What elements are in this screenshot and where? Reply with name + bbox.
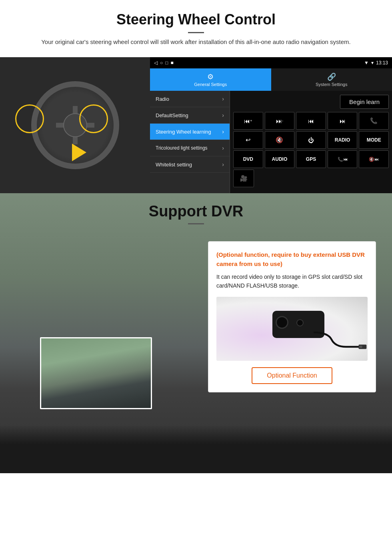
menu-tricoloured-label: Tricoloured light settings <box>156 145 208 151</box>
statusbar-left-icons: ◁ ○ □ ■ <box>154 60 174 66</box>
dvr-title-wrap: Support DVR <box>0 193 392 224</box>
signal-icon: ▼ <box>364 60 369 66</box>
dvr-optional-text: (Optional function, require to buy exter… <box>216 250 368 268</box>
tab-system-label: System Settings <box>316 82 347 87</box>
ctrl-mute[interactable]: 🔇 <box>265 131 295 149</box>
control-row-2: ↩ 🔇 ⏻ RADIO MODE <box>233 131 389 149</box>
steering-block: ◁ ○ □ ■ ▼ ▾ 13:13 ⚙ General Settings 🔗 S… <box>0 57 392 193</box>
ctrl-return[interactable]: ↩ <box>233 131 263 149</box>
dvr-title: Support DVR <box>0 203 392 220</box>
tab-general-label: General Settings <box>194 82 227 87</box>
chevron-default: › <box>222 112 224 118</box>
system-icon: 🔗 <box>327 72 336 81</box>
ctrl-camera[interactable]: 🎥 <box>233 170 254 187</box>
menu-radio[interactable]: Radio › <box>150 91 230 107</box>
chevron-whitelist: › <box>222 161 224 168</box>
steering-title: Steering Wheel Control <box>24 11 368 28</box>
menu-radio-label: Radio <box>156 96 169 102</box>
optional-function-button[interactable]: Optional Function <box>252 367 332 384</box>
ctrl-prev[interactable]: ⏮ <box>296 112 326 130</box>
chevron-radio: › <box>222 96 224 102</box>
arrow-indicator <box>72 144 86 161</box>
menu-tricoloured[interactable]: Tricoloured light settings › <box>150 140 230 156</box>
chevron-steering: › <box>222 128 224 135</box>
highlight-left <box>15 104 44 133</box>
steering-wheel-image <box>0 57 150 193</box>
dvr-description: It can record video only to storage in G… <box>216 272 368 290</box>
ctrl-gps[interactable]: GPS <box>296 150 326 168</box>
android-content: Radio › DefaultSetting › Steering Wheel … <box>150 91 392 193</box>
dvr-thumbnail <box>40 337 152 409</box>
steering-section-header: Steering Wheel Control Your original car… <box>0 0 392 52</box>
menu-steering-wheel[interactable]: Steering Wheel learning › <box>150 124 230 140</box>
ctrl-next[interactable]: ⏭ <box>328 112 358 130</box>
statusbar-time: 13:13 <box>376 60 388 66</box>
chevron-tricoloured: › <box>222 145 224 151</box>
controls-panel: Begin learn ⏮+ ⏭- ⏮ ⏭ 📞 ↩ 🔇 ⏻ RADIO MODE <box>230 91 392 193</box>
dvr-title-divider <box>188 223 204 224</box>
ctrl-vol-up[interactable]: ⏮+ <box>233 112 263 130</box>
ctrl-phone-prev[interactable]: 📞⏮ <box>328 150 358 168</box>
begin-learn-button[interactable]: Begin learn <box>340 95 389 109</box>
wifi-icon: ▾ <box>371 60 374 66</box>
tab-general-settings[interactable]: ⚙ General Settings <box>150 68 271 91</box>
ctrl-dvd[interactable]: DVD <box>233 150 263 168</box>
tab-system-settings[interactable]: 🔗 System Settings <box>271 68 392 91</box>
steering-description: Your original car's steering wheel contr… <box>32 37 360 47</box>
android-statusbar: ◁ ○ □ ■ ▼ ▾ 13:13 <box>150 57 392 68</box>
begin-learn-row: Begin learn <box>233 95 389 109</box>
ctrl-radio[interactable]: RADIO <box>328 131 358 149</box>
home-icon: ○ <box>160 60 163 66</box>
menu-default-setting[interactable]: DefaultSetting › <box>150 107 230 124</box>
dvr-camera-illustration <box>216 297 368 361</box>
ctrl-vol-down[interactable]: ⏭- <box>265 112 295 130</box>
menu-list: Radio › DefaultSetting › Steering Wheel … <box>150 91 230 193</box>
square-icon: □ <box>165 60 168 66</box>
ctrl-audio[interactable]: AUDIO <box>265 150 295 168</box>
svg-rect-1 <box>359 346 362 348</box>
control-row-3: DVD AUDIO GPS 📞⏮ 🔇⏭ <box>233 150 389 168</box>
dvr-thumb-image <box>41 338 151 408</box>
menu-steering-label: Steering Wheel learning <box>156 129 211 135</box>
title-divider <box>188 32 204 33</box>
ctrl-phone[interactable]: 📞 <box>359 112 389 130</box>
control-row-4: 🎥 <box>233 170 389 187</box>
ctrl-power[interactable]: ⏻ <box>296 131 326 149</box>
android-panel: ◁ ○ □ ■ ▼ ▾ 13:13 ⚙ General Settings 🔗 S… <box>150 57 392 193</box>
android-tabs: ⚙ General Settings 🔗 System Settings <box>150 68 392 91</box>
dashboard-bottom <box>0 425 392 473</box>
menu-whitelist-label: Whitelist setting <box>156 162 192 168</box>
dvr-section: Support DVR (Optional function, require … <box>0 193 392 473</box>
rec-icon: ■ <box>171 60 174 66</box>
highlight-right <box>79 104 108 133</box>
ctrl-mode[interactable]: MODE <box>359 131 389 149</box>
menu-default-label: DefaultSetting <box>156 112 188 118</box>
ctrl-mute-next[interactable]: 🔇⏭ <box>359 150 389 168</box>
control-row-1: ⏮+ ⏭- ⏮ ⏭ 📞 <box>233 112 389 130</box>
back-icon: ◁ <box>154 60 158 66</box>
settings-icon: ⚙ <box>207 72 214 81</box>
dvr-info-card: (Optional function, require to buy exter… <box>208 241 376 392</box>
menu-whitelist[interactable]: Whitelist setting › <box>150 156 230 173</box>
